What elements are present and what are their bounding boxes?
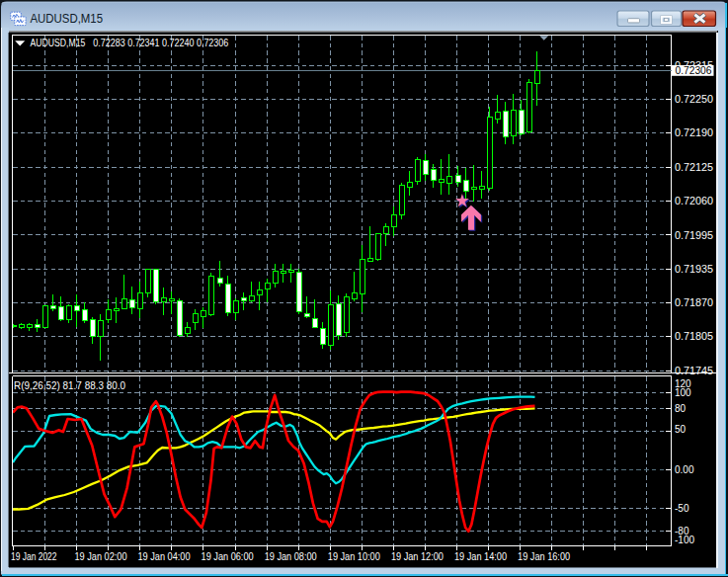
svg-text:19 Jan 14:00: 19 Jan 14:00 [454, 551, 507, 562]
svg-text:0.72060: 0.72060 [675, 196, 713, 206]
svg-text:19 Jan 06:00: 19 Jan 06:00 [202, 551, 254, 562]
svg-text:0.72306: 0.72306 [676, 65, 712, 76]
svg-text:R(9,26,52) 81.7 88.3 80.0: R(9,26,52) 81.7 88.3 80.0 [14, 380, 125, 391]
svg-text:0.72283 0.72341 0.72240 0.7230: 0.72283 0.72341 0.72240 0.72306 [93, 38, 228, 48]
svg-text:-50: -50 [675, 503, 689, 514]
svg-text:AUDUSD,M15: AUDUSD,M15 [31, 11, 104, 26]
svg-text:19 Jan 16:00: 19 Jan 16:00 [518, 551, 570, 562]
svg-text:19 Jan 2022: 19 Jan 2022 [11, 551, 57, 562]
svg-text:AUDUSD,M15: AUDUSD,M15 [31, 38, 86, 48]
svg-text:19 Jan 08:00: 19 Jan 08:00 [265, 551, 317, 562]
svg-text:0.72190: 0.72190 [675, 127, 713, 138]
svg-text:0.71995: 0.71995 [675, 230, 713, 241]
svg-text:19 Jan 10:00: 19 Jan 10:00 [328, 551, 380, 562]
svg-text:0.71935: 0.71935 [675, 264, 713, 275]
svg-text:0.71870: 0.71870 [675, 297, 713, 308]
svg-text:19 Jan 12:00: 19 Jan 12:00 [391, 551, 444, 562]
svg-text:0.71745: 0.71745 [675, 366, 713, 376]
svg-text:50: 50 [675, 424, 687, 435]
svg-text:0.72250: 0.72250 [675, 94, 713, 105]
svg-text:19 Jan 04:00: 19 Jan 04:00 [138, 551, 191, 562]
svg-text:0.00: 0.00 [675, 464, 694, 475]
svg-text:100: 100 [675, 387, 691, 398]
svg-text:0.71805: 0.71805 [675, 331, 713, 342]
svg-text:0.72125: 0.72125 [675, 162, 713, 173]
svg-text:19 Jan 02:00: 19 Jan 02:00 [75, 551, 127, 562]
svg-text:-100: -100 [675, 535, 694, 545]
svg-text:80: 80 [675, 403, 687, 414]
